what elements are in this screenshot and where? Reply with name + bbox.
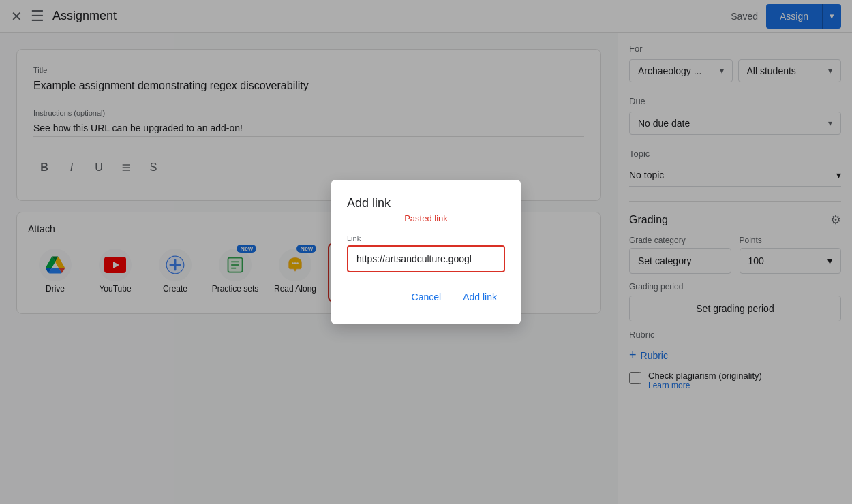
modal-subtitle: Pasted link [347, 213, 505, 223]
modal-title: Add link [347, 196, 505, 210]
modal-overlay: Add link Pasted link Link Cancel Add lin… [0, 0, 852, 504]
modal-link-label: Link [347, 234, 505, 242]
modal-input-wrapper [347, 245, 505, 272]
modal-cancel-button[interactable]: Cancel [404, 286, 450, 308]
modal-actions: Cancel Add link [347, 286, 505, 308]
add-link-modal: Add link Pasted link Link Cancel Add lin… [331, 180, 521, 324]
modal-add-link-button[interactable]: Add link [455, 286, 505, 308]
modal-link-input[interactable] [356, 253, 496, 264]
